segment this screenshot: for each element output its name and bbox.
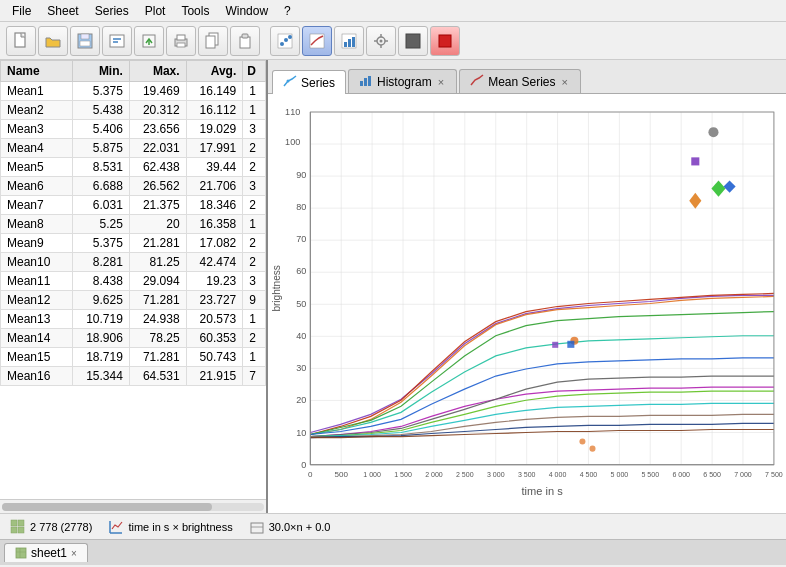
table-cell: 81.25 [129, 253, 186, 272]
export-button[interactable] [134, 26, 164, 56]
svg-rect-2 [81, 34, 89, 39]
tab-series[interactable]: Series [272, 70, 346, 94]
table-cell: 71.281 [129, 348, 186, 367]
import-button[interactable] [102, 26, 132, 56]
table-cell: 1 [243, 310, 266, 329]
table-row[interactable]: Mean45.87522.03117.9912 [1, 139, 266, 158]
tab-histogram[interactable]: Histogram × [348, 69, 457, 93]
svg-rect-11 [177, 43, 185, 47]
svg-text:3 000: 3 000 [487, 471, 505, 478]
table-cell: Mean1 [1, 82, 73, 101]
table-cell: Mean13 [1, 310, 73, 329]
table-cell: 10.719 [73, 310, 130, 329]
svg-rect-35 [364, 78, 367, 86]
table-cell: 9.625 [73, 291, 130, 310]
col-header-min: Min. [73, 61, 130, 82]
scatter-chart: 0 10 20 30 40 50 60 70 80 90 100 110 0 5… [270, 98, 784, 509]
menu-help[interactable]: ? [276, 2, 299, 20]
table-cell: 21.915 [186, 367, 243, 386]
menu-file[interactable]: File [4, 2, 39, 20]
new-button[interactable] [6, 26, 36, 56]
table-row[interactable]: Mean1615.34464.53121.9157 [1, 367, 266, 386]
svg-text:90: 90 [296, 170, 306, 180]
table-icon [10, 519, 26, 535]
table-row[interactable]: Mean1518.71971.28150.7431 [1, 348, 266, 367]
mean-series-tab-icon [470, 73, 484, 90]
histogram-tab-icon [359, 73, 373, 90]
menu-plot[interactable]: Plot [137, 2, 174, 20]
svg-text:10: 10 [296, 428, 306, 438]
svg-text:4 000: 4 000 [549, 471, 567, 478]
menu-series[interactable]: Series [87, 2, 137, 20]
svg-text:40: 40 [296, 331, 306, 341]
print-button[interactable] [166, 26, 196, 56]
data-table: Name Min. Max. Avg. D Mean15.37519.46916… [0, 60, 266, 386]
copy-button[interactable] [198, 26, 228, 56]
table-cell: 19.029 [186, 120, 243, 139]
chart-bar-button[interactable] [334, 26, 364, 56]
svg-text:6 500: 6 500 [703, 471, 721, 478]
table-panel: Name Min. Max. Avg. D Mean15.37519.46916… [0, 60, 268, 513]
sheet-icon [15, 547, 27, 559]
menu-tools[interactable]: Tools [173, 2, 217, 20]
table-row[interactable]: Mean66.68826.56221.7063 [1, 177, 266, 196]
svg-rect-36 [368, 76, 371, 86]
chart-settings-button[interactable] [366, 26, 396, 56]
col-header-name: Name [1, 61, 73, 82]
svg-rect-10 [177, 35, 185, 40]
svg-text:30: 30 [296, 363, 306, 373]
svg-text:0: 0 [308, 470, 313, 479]
tab-mean-series-close[interactable]: × [560, 76, 570, 88]
table-row[interactable]: Mean95.37521.28117.0822 [1, 234, 266, 253]
menu-window[interactable]: Window [217, 2, 276, 20]
menu-sheet[interactable]: Sheet [39, 2, 86, 20]
series-tab-icon [283, 74, 297, 91]
table-cell: 1 [243, 215, 266, 234]
table-cell: Mean10 [1, 253, 73, 272]
tab-histogram-close[interactable]: × [436, 76, 446, 88]
svg-text:1 000: 1 000 [363, 471, 381, 478]
table-cell: 15.344 [73, 367, 130, 386]
table-cell: 5.25 [73, 215, 130, 234]
table-row[interactable]: Mean85.252016.3581 [1, 215, 266, 234]
table-cell: 17.991 [186, 139, 243, 158]
chart-black-button[interactable] [398, 26, 428, 56]
svg-point-103 [579, 439, 585, 445]
svg-text:4 500: 4 500 [580, 471, 598, 478]
table-cell: 1 [243, 82, 266, 101]
table-row[interactable]: Mean25.43820.31216.1121 [1, 101, 266, 120]
table-row[interactable]: Mean76.03121.37518.3462 [1, 196, 266, 215]
paste-button[interactable] [230, 26, 260, 56]
tab-mean-series[interactable]: Mean Series × [459, 69, 581, 93]
chart-line-button[interactable] [302, 26, 332, 56]
table-cell: 2 [243, 196, 266, 215]
sheet-tab-sheet1[interactable]: sheet1 × [4, 543, 88, 562]
save-button[interactable] [70, 26, 100, 56]
table-row[interactable]: Mean1310.71924.93820.5731 [1, 310, 266, 329]
table-cell: 21.281 [129, 234, 186, 253]
table-cell: 2 [243, 234, 266, 253]
svg-rect-113 [251, 523, 263, 533]
table-cell: 19.23 [186, 272, 243, 291]
table-cell: Mean12 [1, 291, 73, 310]
chart-scatter-button[interactable] [270, 26, 300, 56]
open-button[interactable] [38, 26, 68, 56]
table-cell: 16.112 [186, 101, 243, 120]
toolbar [0, 22, 786, 60]
table-row[interactable]: Mean1418.90678.2560.3532 [1, 329, 266, 348]
table-row[interactable]: Mean118.43829.09419.233 [1, 272, 266, 291]
table-row[interactable]: Mean35.40623.65619.0293 [1, 120, 266, 139]
svg-text:70: 70 [296, 234, 306, 244]
table-row[interactable]: Mean108.28181.2542.4742 [1, 253, 266, 272]
content-area: Name Min. Max. Avg. D Mean15.37519.46916… [0, 60, 786, 513]
table-cell: 5.438 [73, 101, 130, 120]
svg-rect-22 [344, 42, 347, 47]
sheet-tab-close[interactable]: × [71, 548, 77, 559]
table-row[interactable]: Mean58.53162.43839.442 [1, 158, 266, 177]
stop-button[interactable] [430, 26, 460, 56]
table-cell: Mean6 [1, 177, 73, 196]
table-row[interactable]: Mean15.37519.46916.1491 [1, 82, 266, 101]
horizontal-scroll[interactable] [0, 499, 266, 513]
sheet-tab-label: sheet1 [31, 546, 67, 560]
table-row[interactable]: Mean129.62571.28123.7279 [1, 291, 266, 310]
